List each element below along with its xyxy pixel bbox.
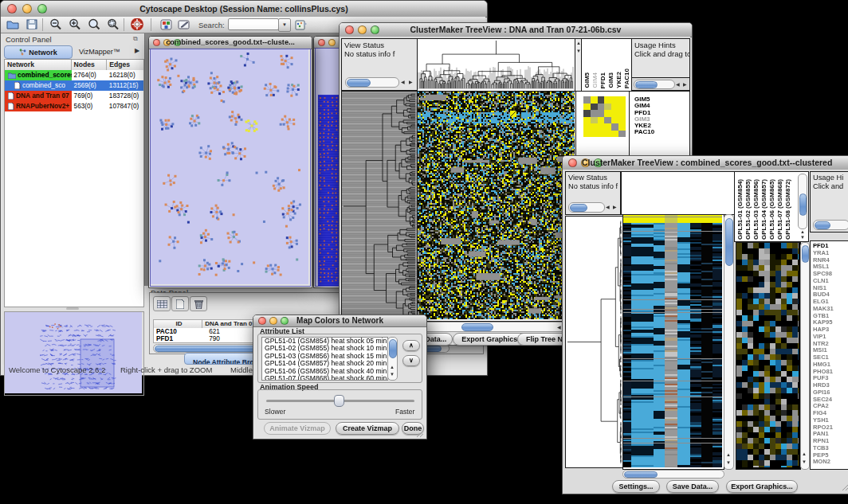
resize-grip[interactable]: [416, 430, 424, 438]
scroll-left-arrow[interactable]: ◀: [606, 205, 610, 209]
tv2-column-labels-panel[interactable]: GPL51-01 (GSM854)GPL51-02 (GSM855)GPL51-…: [734, 171, 809, 242]
gene-label[interactable]: MON2: [813, 459, 848, 466]
attribute-list[interactable]: GPL51-01 (GSM854) heat shock 05 minGPL51…: [261, 337, 388, 381]
col-header-edges[interactable]: Edges: [107, 60, 143, 70]
column-label[interactable]: GIM5: [583, 72, 591, 88]
scroll-down-arrow[interactable]: ▼: [726, 460, 731, 465]
scroll-left-arrow[interactable]: ◀: [401, 80, 405, 84]
network-manager-icon[interactable]: [292, 17, 310, 32]
tv1-column-dendrogram[interactable]: [417, 38, 577, 92]
col-header-network[interactable]: Network: [5, 60, 72, 70]
scroll-left-arrow[interactable]: ◀: [557, 325, 561, 330]
tv2-usage-scrollbar[interactable]: [813, 220, 848, 230]
zoom-selected-icon[interactable]: [104, 17, 122, 32]
network-row-combined-scores[interactable]: combined_scores 2764(0) 16218(0): [5, 70, 143, 80]
tv1-usage-scrollbar-strip[interactable]: ◀ ▶: [631, 77, 690, 91]
tv2-collabels-scrollbar[interactable]: [798, 174, 807, 229]
matrix-cell[interactable]: [604, 96, 611, 104]
matrix-cell[interactable]: [598, 123, 605, 131]
column-label[interactable]: GPL51-06 (GSM865): [768, 179, 776, 240]
column-label[interactable]: GPL51-04 (GSM857): [760, 179, 768, 240]
tab-network[interactable]: Network: [4, 45, 73, 59]
tv2-status-scrollbar[interactable]: [568, 202, 605, 213]
delete-attribute-trash-icon[interactable]: [190, 296, 207, 311]
matrix-cell[interactable]: [618, 104, 626, 111]
zoom-out-icon[interactable]: [47, 17, 65, 32]
scroll-down-arrow[interactable]: ▼: [802, 459, 807, 464]
animate-vizmap-button[interactable]: Animate Vizmap: [264, 422, 331, 435]
network1-title-bar[interactable]: combined_scores_good.txt--cluste...: [149, 37, 312, 49]
tv2-row-dendrogram[interactable]: [565, 216, 623, 468]
matrix-cell[interactable]: [604, 117, 611, 124]
gene-label[interactable]: PAC10: [634, 129, 682, 135]
tv1-status-scrollbar[interactable]: [345, 77, 399, 88]
minimize-button[interactable]: [328, 39, 336, 46]
attribute-item[interactable]: GPL51-07 (GSM868) heat shock 60 min: [262, 375, 387, 381]
dialog-title-bar[interactable]: Map Colors to Network: [253, 315, 426, 327]
column-label[interactable]: GPL51-01 (GSM854): [736, 179, 744, 240]
matrix-cell[interactable]: [618, 123, 626, 131]
matrix-cell[interactable]: [611, 123, 618, 131]
matrix-cell[interactable]: [604, 104, 611, 111]
column-label[interactable]: PAC10: [623, 68, 630, 88]
matrix-cell[interactable]: [591, 110, 598, 117]
annotation-icon[interactable]: [175, 17, 193, 32]
vizmap-icon[interactable]: [157, 17, 175, 32]
matrix-cell[interactable]: [611, 104, 618, 111]
column-label[interactable]: GPL51-07 (GSM868): [776, 179, 784, 240]
tv2-zoom-vscrollbar[interactable]: ▲ ▼: [800, 242, 810, 470]
scroll-right-arrow[interactable]: ▶: [409, 80, 413, 84]
matrix-cell[interactable]: [583, 110, 591, 117]
tv1-side-labels[interactable]: GIM5GIM4PFD1GIM3YKE2PAC10: [634, 96, 682, 138]
open-folder-icon[interactable]: [4, 17, 22, 32]
matrix-cell[interactable]: [611, 110, 618, 117]
scroll-up-arrow[interactable]: ▲: [390, 365, 395, 369]
matrix-cell[interactable]: [598, 117, 605, 124]
matrix-cell[interactable]: [583, 96, 591, 104]
tv2-gene-labels[interactable]: PFD1YRA1RNR4MSL1SPC98CLN1NIS1BUD4ELG1MAK…: [813, 243, 848, 467]
network-row-dna-tran[interactable]: DNA and Tran 07 769(0) 183728(0): [5, 91, 143, 101]
tv1-summary-heatmap[interactable]: [583, 96, 626, 137]
network1-canvas[interactable]: [151, 49, 308, 284]
float-panel-icon[interactable]: ⧉: [133, 35, 138, 43]
tv2-heatmap[interactable]: [622, 214, 724, 470]
speed-slider-thumb[interactable]: [334, 395, 344, 407]
matrix-cell[interactable]: [598, 104, 605, 111]
main-title-bar[interactable]: Cytoscape Desktop (Session Name: collins…: [1, 1, 487, 18]
column-label[interactable]: GPL51-08 (GSM872): [784, 179, 792, 240]
network-overview-canvas[interactable]: [5, 312, 142, 393]
scroll-down-arrow[interactable]: ▼: [390, 372, 395, 377]
matrix-cell[interactable]: [591, 123, 598, 131]
matrix-cell[interactable]: [618, 131, 626, 138]
move-up-button[interactable]: ∧: [402, 340, 420, 351]
tv1-column-labels[interactable]: GIM5GIM4PFD1GIM3YKE2PAC10: [583, 41, 630, 88]
help-lifesaver-icon[interactable]: [128, 17, 146, 32]
tv1-heatmap[interactable]: [417, 91, 577, 322]
matrix-cell[interactable]: [583, 131, 591, 138]
overview-splitter[interactable]: [66, 307, 79, 310]
matrix-cell[interactable]: [591, 131, 598, 138]
matrix-cell[interactable]: [583, 104, 591, 111]
tv2-settings-button[interactable]: Settings...: [612, 480, 660, 493]
network-overview-panel[interactable]: [4, 311, 144, 396]
tv2-export-graphics-button[interactable]: Export Graphics...: [726, 480, 798, 493]
matrix-cell[interactable]: [604, 123, 611, 131]
matrix-cell[interactable]: [618, 117, 626, 124]
matrix-cell[interactable]: [591, 104, 598, 111]
resize-grip[interactable]: [841, 482, 848, 491]
new-attribute-icon[interactable]: [171, 296, 189, 311]
scroll-left-arrow[interactable]: ◀: [676, 82, 680, 87]
matrix-cell[interactable]: [591, 96, 598, 104]
matrix-cell[interactable]: [618, 96, 626, 104]
scroll-up-arrow[interactable]: ▲: [802, 451, 807, 456]
tv2-column-dendrogram[interactable]: [621, 171, 735, 215]
matrix-cell[interactable]: [583, 123, 591, 131]
zoom-in-icon[interactable]: [66, 17, 84, 32]
treeview1-title-bar[interactable]: ClusterMaker TreeView : DNA and Tran 07-…: [340, 23, 692, 37]
scroll-down-arrow[interactable]: ▼: [800, 235, 805, 240]
search-dropdown-button[interactable]: ▼: [278, 18, 291, 32]
column-label[interactable]: GPL51-02 (GSM855): [744, 179, 752, 240]
treeview2-title-bar[interactable]: ClusterMaker TreeView : combined_scores_…: [563, 156, 848, 170]
close-button[interactable]: [318, 39, 325, 46]
matrix-cell[interactable]: [583, 117, 591, 124]
